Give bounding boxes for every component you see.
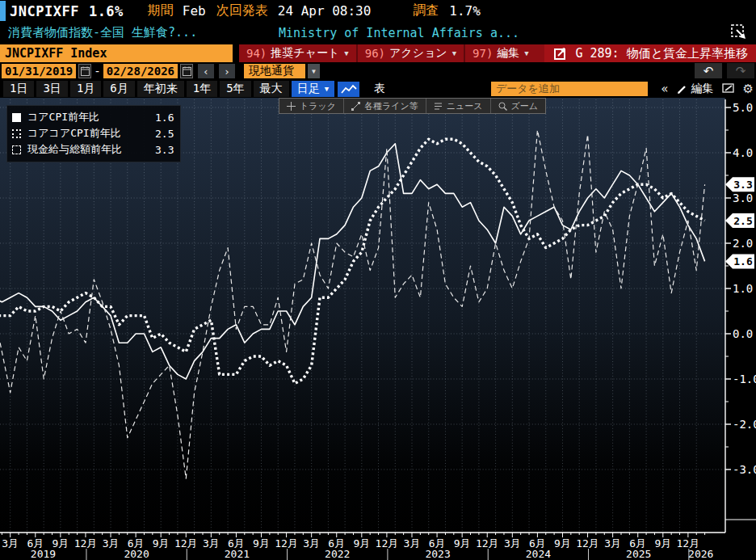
- period-value: Feb: [183, 3, 206, 19]
- svg-text:2.0: 2.0: [733, 237, 753, 250]
- gear-icon[interactable]: ⚙: [743, 82, 754, 96]
- svg-text:2022: 2022: [325, 548, 350, 560]
- svg-text:2020: 2020: [124, 548, 149, 560]
- annotate-chart-icon[interactable]: [722, 82, 735, 97]
- date-range-row: 01/31/2019 - 02/28/2026 ‹ › 現地通貨 ▼ ↶ ↷: [0, 62, 756, 80]
- security-header-row: JNCPIXFF 1.6% 期間 Feb 次回発表 24 Apr 08:30 調…: [0, 0, 756, 22]
- add-data-input[interactable]: データを追加: [491, 82, 648, 96]
- range-ytd[interactable]: 年初来: [137, 81, 184, 97]
- crosshair-icon: [287, 102, 296, 111]
- svg-text:1.6: 1.6: [733, 255, 753, 267]
- chart-actions: « 編集 ⚙: [661, 81, 754, 97]
- range-max[interactable]: 最大: [254, 81, 289, 97]
- svg-text:3.0: 3.0: [733, 192, 753, 204]
- svg-text:-2.0: -2.0: [733, 418, 756, 431]
- svg-text:3月: 3月: [2, 537, 19, 549]
- undo-button[interactable]: ↶: [695, 63, 722, 78]
- calendar-icon[interactable]: [180, 64, 193, 78]
- bloomberg-terminal-window: { "header": { "ticker": "JNCPIXFF", "las…: [0, 0, 756, 560]
- svg-text:12月: 12月: [476, 537, 499, 549]
- next-period-button[interactable]: ›: [219, 64, 235, 78]
- svg-text:2021: 2021: [225, 548, 250, 560]
- date-to-input[interactable]: 02/28/2026: [103, 64, 178, 78]
- currency-select[interactable]: 現地通貨: [244, 64, 305, 78]
- draw-lines-button[interactable]: 各種ライン等: [344, 99, 426, 113]
- chevron-down-icon: ▼: [524, 49, 528, 57]
- chart-plot[interactable]: -3.0-2.0-1.00.01.02.03.04.05.03月6月9月12月3…: [0, 98, 756, 560]
- next-release-value: 24 Apr 08:30: [278, 3, 372, 19]
- chart-legend: コアCPI前年比 1.6 コアコアCPI前年比 2.5 現金給与総額前年比 3.…: [6, 105, 181, 162]
- svg-text:12月: 12月: [275, 537, 298, 549]
- svg-text:2023: 2023: [425, 548, 450, 560]
- svg-text:9月: 9月: [153, 537, 170, 549]
- chevron-down-icon: ▼: [344, 49, 348, 57]
- date-from-input[interactable]: 01/31/2019: [2, 64, 76, 78]
- menu-actions[interactable]: 96) アクション ▼: [358, 44, 465, 62]
- prev-period-button[interactable]: ‹: [198, 64, 214, 78]
- svg-text:9月: 9月: [253, 537, 270, 549]
- chart-title: G 289: 物価と賃金上昇率推移: [575, 46, 748, 61]
- magnifier-icon: [498, 102, 507, 111]
- svg-text:9月: 9月: [454, 537, 471, 549]
- next-release-label: 次回発表: [216, 2, 268, 19]
- legend-item-core-cpi[interactable]: コアCPI前年比 1.6: [12, 109, 174, 125]
- svg-text:2.5: 2.5: [733, 215, 752, 227]
- svg-text:3.3: 3.3: [733, 179, 752, 191]
- date-separator: -: [94, 65, 100, 78]
- svg-text:3月: 3月: [504, 537, 521, 549]
- chart-title-bar[interactable]: G 289: 物価と賃金上昇率推移: [544, 44, 756, 62]
- dotted-line-marker: [12, 129, 21, 138]
- chevron-down-icon: ▼: [452, 49, 456, 57]
- svg-text:0.0: 0.0: [733, 327, 753, 340]
- chart-floating-toolbar: トラック 各種ライン等 ニュース ズーム: [279, 98, 546, 114]
- svg-text:4.0: 4.0: [733, 146, 753, 159]
- function-title-row: JNCPIXFF Index 94) 推奨チャート ▼ 96) アクション ▼ …: [0, 44, 756, 62]
- table-view-button[interactable]: 表: [368, 81, 392, 97]
- last-value: 1.6%: [89, 3, 124, 19]
- svg-text:-3.0: -3.0: [733, 463, 756, 476]
- drag-popout-icon[interactable]: [730, 23, 748, 44]
- frequency-select[interactable]: 日足▼: [292, 81, 334, 97]
- security-description: 消費者物価指数-全国 生鮮食?...: [8, 25, 197, 40]
- ticker: JNCPIXFF: [10, 3, 79, 19]
- dashed-line-marker: [12, 145, 21, 154]
- calendar-icon[interactable]: [78, 64, 91, 78]
- svg-text:3月: 3月: [203, 537, 220, 549]
- zoom-button[interactable]: ズーム: [491, 99, 546, 113]
- survey-label: 調査: [413, 2, 439, 19]
- svg-text:2026: 2026: [688, 548, 713, 560]
- security-name-box[interactable]: JNCPIXFF Index: [0, 44, 233, 62]
- red-menu-bar: 94) 推奨チャート ▼ 96) アクション ▼ 97) 編集 ▼ G 289:…: [239, 44, 756, 62]
- svg-text:12月: 12月: [576, 537, 599, 549]
- trendline-icon: [351, 102, 360, 111]
- svg-text:1.0: 1.0: [733, 282, 753, 295]
- legend-item-core-core-cpi[interactable]: コアコアCPI前年比 2.5: [12, 125, 174, 141]
- range-3d[interactable]: 3日: [36, 81, 67, 97]
- svg-text:12月: 12月: [174, 537, 198, 549]
- collapse-panel-button[interactable]: «: [661, 82, 668, 96]
- range-5y[interactable]: 5年: [220, 81, 250, 97]
- svg-text:2024: 2024: [526, 548, 551, 560]
- line-chart-icon: [341, 84, 357, 95]
- edit-chart-button[interactable]: 編集: [677, 82, 714, 96]
- chart-area: -3.0-2.0-1.00.01.02.03.04.05.03月6月9月12月3…: [0, 98, 756, 560]
- track-button[interactable]: トラック: [279, 99, 344, 113]
- currency-dropdown-icon[interactable]: ▼: [308, 64, 320, 78]
- svg-text:3月: 3月: [404, 537, 421, 549]
- chart-type-button[interactable]: [338, 82, 359, 97]
- range-6m[interactable]: 6月: [103, 81, 134, 97]
- range-1d[interactable]: 1日: [3, 81, 34, 97]
- security-description-row: 消費者物価指数-全国 生鮮食?... Ministry of Internal …: [0, 22, 756, 44]
- range-1m[interactable]: 1月: [70, 81, 101, 97]
- news-icon: [434, 102, 443, 111]
- svg-text:3月: 3月: [103, 537, 120, 549]
- legend-item-cash-earnings[interactable]: 現金給与総額前年比 3.3: [12, 141, 174, 158]
- menu-edit[interactable]: 97) 編集 ▼: [465, 44, 536, 62]
- svg-text:9月: 9月: [554, 537, 571, 549]
- range-1y[interactable]: 1年: [187, 81, 217, 97]
- redo-button[interactable]: ↷: [727, 63, 754, 78]
- history-buttons: ↶ ↷: [695, 63, 754, 78]
- menu-recommended-charts[interactable]: 94) 推奨チャート ▼: [239, 44, 358, 62]
- data-source: Ministry of Internal Affairs a...: [279, 26, 519, 40]
- news-button[interactable]: ニュース: [426, 99, 491, 113]
